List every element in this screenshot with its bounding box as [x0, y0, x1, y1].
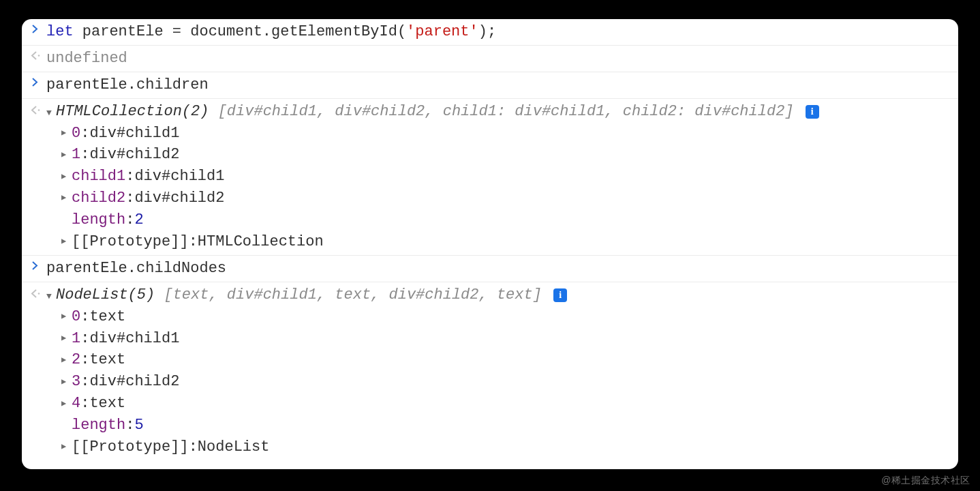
- disclosure-right-icon[interactable]: ▶: [61, 398, 71, 410]
- property-value: text: [89, 349, 125, 371]
- property-key: [[Prototype]]: [72, 231, 189, 253]
- svg-point-0: [37, 55, 40, 57]
- object-property-row[interactable]: ▶0: text: [46, 306, 951, 328]
- object-property-row[interactable]: ▶1: div#child2: [46, 144, 951, 166]
- property-value: div#child2: [89, 371, 179, 393]
- string-literal: 'parent': [406, 23, 478, 40]
- object-property-row[interactable]: length: 5: [46, 415, 951, 436]
- property-value: div#child2: [134, 188, 224, 209]
- property-separator: :: [80, 349, 89, 371]
- property-separator: :: [189, 231, 198, 253]
- console-code: parentEle.children: [44, 74, 951, 96]
- info-icon[interactable]: i: [553, 288, 567, 302]
- property-value: div#child2: [89, 144, 179, 166]
- property-key: child2: [72, 188, 125, 209]
- property-separator: :: [125, 209, 134, 231]
- console-input-row[interactable]: parentEle.children: [22, 72, 958, 99]
- console-input-row[interactable]: let parentEle = document.getElementById(…: [22, 19, 958, 46]
- property-separator: :: [125, 188, 134, 209]
- console-code: parentEle.childNodes: [44, 258, 951, 280]
- property-value: div#child1: [134, 166, 224, 188]
- property-key: 2: [72, 349, 80, 371]
- object-summary: NodeList(5): [56, 286, 164, 303]
- svg-point-2: [37, 293, 40, 295]
- property-separator: :: [189, 436, 198, 458]
- console-output-row: undefined: [22, 46, 958, 72]
- output-chevron-icon: [26, 101, 44, 115]
- object-property-row[interactable]: ▶child2: div#child2: [46, 188, 951, 209]
- code-text: );: [478, 23, 496, 40]
- disclosure-down-icon[interactable]: ▼: [46, 291, 56, 303]
- watermark: @稀土掘金技术社区: [881, 475, 970, 487]
- disclosure-down-icon[interactable]: ▼: [46, 107, 56, 120]
- property-separator: :: [125, 166, 134, 188]
- object-property-row[interactable]: ▶3: div#child2: [46, 371, 951, 393]
- property-key: 0: [72, 123, 80, 145]
- property-key: 1: [72, 144, 80, 166]
- input-chevron-icon: [26, 74, 44, 87]
- property-value: HTMLCollection: [198, 231, 324, 253]
- property-value: div#child1: [89, 123, 179, 145]
- property-key: 1: [72, 328, 80, 350]
- property-value: text: [89, 306, 125, 328]
- property-key: 4: [72, 393, 80, 415]
- property-separator: :: [80, 328, 89, 350]
- output-chevron-icon: [26, 48, 44, 61]
- disclosure-right-icon[interactable]: ▶: [61, 355, 71, 366]
- input-chevron-icon: [26, 258, 44, 271]
- property-key: child1: [72, 166, 125, 188]
- disclosure-right-icon[interactable]: ▶: [61, 128, 71, 139]
- object-preview: [div#child1, div#child2, child1: div#chi…: [218, 103, 794, 120]
- property-key: [[Prototype]]: [72, 436, 189, 458]
- object-property-row[interactable]: ▶[[Prototype]]: NodeList: [46, 436, 951, 458]
- property-separator: :: [80, 371, 89, 393]
- output-chevron-icon: [26, 284, 44, 299]
- disclosure-right-icon[interactable]: ▶: [61, 236, 71, 248]
- object-property-row[interactable]: ▶[[Prototype]]: HTMLCollection: [46, 231, 951, 253]
- object-property-row[interactable]: ▶2: text: [46, 349, 951, 371]
- disclosure-right-icon[interactable]: ▶: [61, 376, 71, 388]
- property-separator: :: [80, 144, 89, 166]
- object-summary-line[interactable]: ▼NodeList(5) [text, div#child1, text, di…: [46, 284, 951, 306]
- property-value-number: 5: [134, 415, 143, 436]
- input-chevron-icon: [26, 21, 44, 34]
- output-value: undefined: [44, 48, 951, 70]
- disclosure-right-icon[interactable]: ▶: [61, 171, 71, 183]
- disclosure-right-icon[interactable]: ▶: [61, 333, 71, 344]
- object-summary: HTMLCollection(2): [56, 103, 218, 120]
- property-key: 3: [72, 371, 80, 393]
- property-separator: :: [80, 123, 89, 145]
- property-value: NodeList: [198, 436, 270, 458]
- property-value: div#child1: [89, 328, 179, 350]
- keyword: let: [46, 23, 74, 40]
- object-property-row[interactable]: ▶4: text: [46, 393, 951, 415]
- property-separator: :: [125, 415, 134, 436]
- console-output-row: ▼HTMLCollection(2) [div#child1, div#chil…: [22, 99, 958, 256]
- property-key: length: [72, 415, 125, 436]
- disclosure-right-icon[interactable]: ▶: [61, 149, 71, 161]
- console-code: let parentEle = document.getElementById(…: [44, 21, 951, 43]
- property-separator: :: [80, 306, 89, 328]
- property-key: 0: [72, 306, 80, 328]
- disclosure-right-icon[interactable]: ▶: [61, 441, 71, 453]
- object-property-row[interactable]: ▶child1: div#child1: [46, 166, 951, 188]
- object-property-row[interactable]: length: 2: [46, 209, 951, 231]
- object-property-row[interactable]: ▶0: div#child1: [46, 123, 951, 145]
- console-panel: let parentEle = document.getElementById(…: [22, 19, 958, 469]
- object-property-row[interactable]: ▶1: div#child1: [46, 328, 951, 350]
- svg-point-1: [37, 109, 40, 111]
- property-value: text: [89, 393, 125, 415]
- object-summary-line[interactable]: ▼HTMLCollection(2) [div#child1, div#chil…: [46, 101, 951, 123]
- console-output-row: ▼NodeList(5) [text, div#child1, text, di…: [22, 282, 958, 460]
- console-input-row[interactable]: parentEle.childNodes: [22, 256, 958, 282]
- object-preview: [text, div#child1, text, div#child2, tex…: [164, 286, 542, 303]
- property-separator: :: [80, 393, 89, 415]
- property-value-number: 2: [134, 209, 143, 231]
- disclosure-right-icon[interactable]: ▶: [61, 192, 71, 204]
- info-icon[interactable]: i: [806, 105, 819, 119]
- property-key: length: [72, 209, 125, 231]
- code-text: parentEle = document.getElementById(: [74, 23, 406, 40]
- disclosure-right-icon[interactable]: ▶: [61, 311, 71, 323]
